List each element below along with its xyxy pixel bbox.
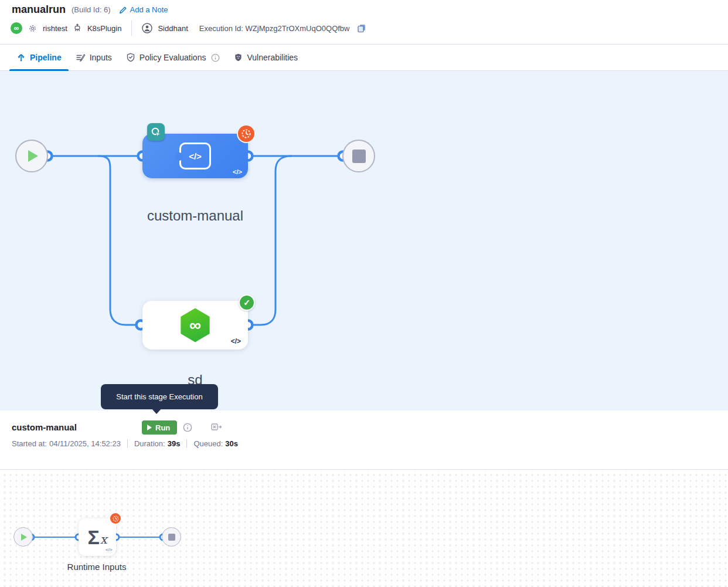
- tab-inputs[interactable]: Inputs: [69, 45, 119, 70]
- stage-execution-graph: Σ x </> Runtime Inputs: [0, 470, 728, 587]
- pipeline-canvas: </> </> custom-manual sd ∞ </> ✓ Start t…: [0, 71, 728, 410]
- play-icon: [21, 534, 27, 541]
- tab-policy-evaluations[interactable]: Policy Evaluations: [119, 45, 227, 70]
- duration-label: Duration:: [134, 439, 165, 448]
- pipeline-icon: [16, 53, 26, 62]
- play-icon: [28, 150, 38, 162]
- success-status-badge: ✓: [239, 294, 255, 311]
- run-tooltip: Start this stage Execution: [101, 384, 218, 409]
- stop-icon: [168, 534, 175, 541]
- execution-tabbar: Pipeline Inputs Policy Evaluations Vulne…: [0, 45, 728, 71]
- play-icon: [147, 425, 152, 430]
- tooltip-arrow: [151, 408, 162, 414]
- code-tag: </>: [106, 547, 113, 552]
- custom-stage-icon: </>: [179, 142, 211, 169]
- waiting-status-badge: [238, 125, 254, 142]
- waiting-status-badge: [110, 513, 121, 524]
- pipeline-start-node: [15, 140, 48, 172]
- queued-value: 30s: [225, 439, 238, 448]
- sigma-icon: Σ: [87, 526, 99, 549]
- stage-info-button[interactable]: [183, 423, 192, 432]
- mini-end-node: [162, 527, 181, 547]
- shield-check-icon: [126, 53, 135, 62]
- code-tag: </>: [231, 337, 241, 345]
- started-value: 04/11/2025, 14:52:23: [49, 439, 121, 448]
- icon-notch: [176, 152, 183, 161]
- pencil-icon: [119, 6, 127, 14]
- inputs-icon: [76, 53, 86, 62]
- gear-icon: [28, 23, 38, 33]
- code-tag: </>: [233, 168, 242, 175]
- duration-value: 39s: [168, 439, 181, 448]
- pipeline-connectors: [0, 71, 728, 410]
- run-stage-button[interactable]: Run: [142, 420, 177, 435]
- stage-name: custom-manual: [12, 422, 77, 432]
- info-circle-icon: [211, 53, 220, 62]
- mini-start-node: [13, 527, 33, 547]
- queued-label: Queued:: [193, 439, 223, 448]
- timer-icon: [112, 515, 120, 522]
- click-icon: [151, 127, 162, 138]
- build-id: (Build Id: 6): [72, 5, 110, 14]
- manual-intervention-badge: [147, 123, 165, 141]
- tab-pipeline[interactable]: Pipeline: [9, 45, 69, 70]
- pipeline-end-node: [342, 140, 375, 172]
- pipeline-run-title: manualrun: [12, 4, 66, 16]
- user-icon: [142, 23, 152, 33]
- stage-meta-row: Started at: 04/11/2025, 14:52:23 Duratio…: [12, 439, 238, 448]
- harness-module-icon: ∞: [11, 22, 22, 34]
- tab-vulnerabilities[interactable]: Vulnerabilities: [227, 45, 305, 70]
- stage-label-custom-manual: custom-manual: [119, 208, 271, 224]
- divider: [186, 439, 187, 448]
- execution-header: manualrun (Build Id: 6) Add a Note ∞ ris…: [0, 0, 728, 45]
- pipeline-name[interactable]: rishtest: [43, 24, 67, 33]
- copy-icon[interactable]: [357, 23, 366, 33]
- add-note-button[interactable]: Add a Note: [119, 5, 168, 14]
- divider: [127, 439, 128, 448]
- timer-icon: [240, 128, 252, 140]
- triggered-by-user: Siddhant: [158, 24, 188, 33]
- stage-details-panel: custom-manual Run Started at: 04/11/2025…: [0, 410, 728, 470]
- harness-hexagon-icon: ∞: [179, 308, 212, 342]
- delegate-icon: [73, 23, 82, 33]
- shield-icon: [234, 53, 243, 62]
- stop-icon: [352, 150, 366, 163]
- plugin-name[interactable]: K8sPlugin: [87, 24, 122, 33]
- divider: [131, 21, 132, 36]
- started-label: Started at:: [12, 439, 47, 448]
- stage-node-harness[interactable]: ∞ </>: [142, 301, 248, 350]
- view-inputs-button[interactable]: [211, 423, 222, 432]
- runtime-inputs-label: Runtime Inputs: [53, 562, 141, 572]
- execution-id: Execution Id: WZjMpzg2TrOXmUqO0QQfbw: [199, 24, 350, 33]
